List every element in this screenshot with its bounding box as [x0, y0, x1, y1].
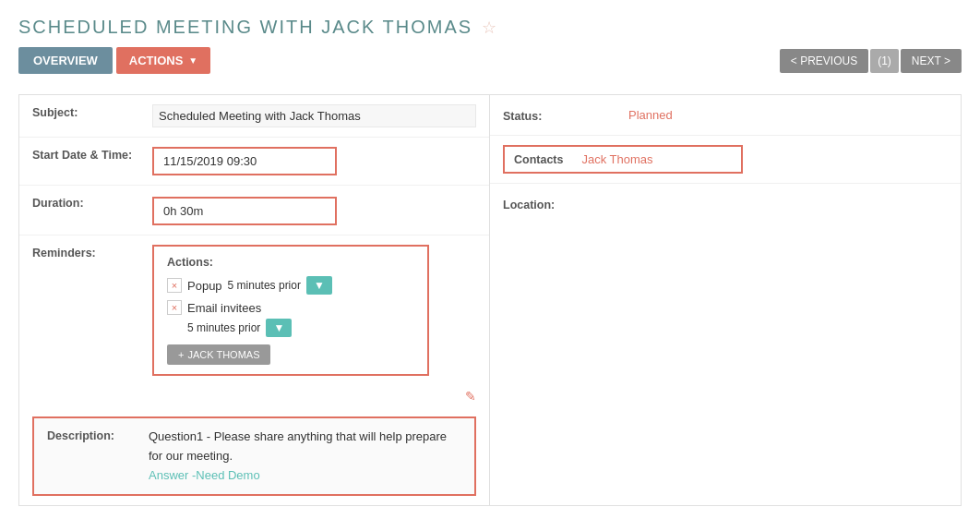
- description-line2: Answer -Need Demo: [149, 466, 461, 486]
- email-reminder-row: × Email invitees: [167, 300, 414, 315]
- contacts-row: Contacts Jack Thomas: [490, 136, 961, 184]
- edit-icon[interactable]: ✎: [19, 385, 489, 407]
- actions-caret-icon: ▼: [188, 55, 197, 66]
- popup-dropdown-caret: ▼: [314, 279, 325, 292]
- toolbar-right: < PREVIOUS (1) NEXT >: [780, 49, 962, 73]
- actions-button[interactable]: ACTIONS ▼: [116, 47, 210, 74]
- email-minutes: 5 minutes prior: [187, 321, 260, 334]
- actions-inner-label: Actions:: [167, 256, 414, 269]
- invite-plus-icon: +: [178, 349, 184, 360]
- left-column: Subject: Scheduled Meeting with Jack Tho…: [19, 95, 490, 505]
- email-prior-row: 5 minutes prior ▼: [167, 319, 414, 337]
- invite-button[interactable]: + JACK THOMAS: [167, 344, 270, 365]
- start-datetime-box[interactable]: 11/15/2019 09:30: [152, 147, 337, 175]
- contacts-link[interactable]: Jack Thomas: [581, 152, 652, 166]
- duration-box[interactable]: 0h 30m: [152, 197, 337, 225]
- description-answer: Answer -Need Demo: [149, 468, 260, 482]
- content: Subject: Scheduled Meeting with Jack Tho…: [0, 85, 980, 515]
- subject-value: Scheduled Meeting with Jack Thomas: [152, 104, 476, 127]
- description-line1: Question1 - Please share anything that w…: [149, 428, 461, 466]
- start-datetime-value: 11/15/2019 09:30: [163, 154, 257, 168]
- next-button[interactable]: NEXT >: [901, 49, 962, 73]
- location-label: Location:: [503, 197, 623, 211]
- toolbar: OVERVIEW ACTIONS ▼ < PREVIOUS (1) NEXT >: [0, 47, 980, 85]
- email-dropdown-caret: ▼: [273, 321, 284, 334]
- page-title: SCHEDULED MEETING WITH JACK THOMAS: [18, 17, 472, 38]
- invite-label: JACK THOMAS: [187, 349, 259, 360]
- right-column: Status: Planned Contacts Jack Thomas Loc…: [490, 95, 961, 505]
- previous-button[interactable]: < PREVIOUS: [780, 49, 868, 73]
- popup-reminder-row: × Popup 5 minutes prior ▼: [167, 276, 414, 295]
- duration-value: 0h 30m: [163, 204, 203, 218]
- popup-label: Popup: [187, 279, 222, 293]
- description-value: Question1 - Please share anything that w…: [149, 428, 461, 485]
- reminders-section: Reminders: Actions: × Popup 5 minutes pr…: [19, 235, 489, 385]
- reminders-label: Reminders:: [32, 245, 152, 260]
- actions-label: ACTIONS: [129, 54, 184, 67]
- status-label: Status:: [503, 108, 623, 123]
- subject-row: Subject: Scheduled Meeting with Jack Tho…: [19, 95, 489, 138]
- overview-button[interactable]: OVERVIEW: [18, 47, 113, 74]
- popup-dropdown-button[interactable]: ▼: [306, 276, 332, 295]
- description-section: Description: Question1 - Please share an…: [32, 416, 476, 496]
- form-grid: Subject: Scheduled Meeting with Jack Tho…: [19, 95, 961, 505]
- duration-row: Duration: 0h 30m: [19, 186, 489, 235]
- status-row: Status: Planned: [490, 95, 961, 136]
- main-card: Subject: Scheduled Meeting with Jack Tho…: [18, 94, 962, 506]
- nav-count: (1): [870, 49, 899, 73]
- subject-label: Subject:: [32, 104, 152, 119]
- contacts-inner-label: Contacts: [514, 153, 563, 166]
- page-header: SCHEDULED MEETING WITH JACK THOMAS ☆: [0, 0, 980, 47]
- status-value: Planned: [623, 104, 948, 126]
- description-label: Description:: [47, 428, 139, 442]
- email-dropdown-button[interactable]: ▼: [266, 319, 292, 337]
- popup-checkbox[interactable]: ×: [167, 278, 182, 293]
- favorite-star-icon[interactable]: ☆: [482, 18, 496, 38]
- duration-label: Duration:: [32, 195, 152, 210]
- email-label: Email invitees: [187, 301, 261, 315]
- reminders-box: Actions: × Popup 5 minutes prior ▼: [152, 245, 429, 376]
- toolbar-left: OVERVIEW ACTIONS ▼: [18, 47, 210, 74]
- contacts-box: Contacts Jack Thomas: [503, 145, 743, 174]
- popup-minutes: 5 minutes prior: [228, 279, 301, 292]
- email-checkbox[interactable]: ×: [167, 300, 182, 315]
- start-datetime-label: Start Date & Time:: [32, 147, 152, 162]
- location-row: Location:: [490, 184, 961, 224]
- start-datetime-row: Start Date & Time: 11/15/2019 09:30: [19, 138, 489, 186]
